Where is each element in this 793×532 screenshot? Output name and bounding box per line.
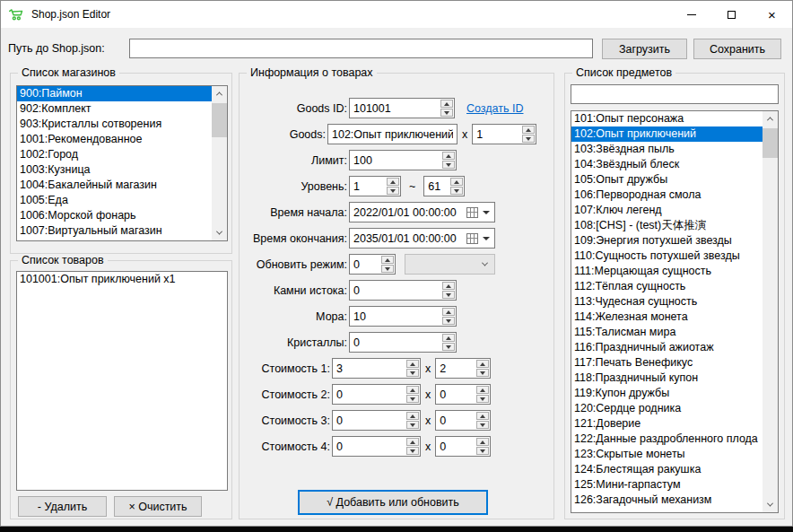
list-item[interactable]: 900:Паймон	[17, 86, 212, 101]
spin-down-button[interactable]	[442, 161, 455, 169]
spin-down-button[interactable]	[406, 369, 419, 377]
item-listbox[interactable]: 101:Опыт персонажа102:Опыт приключений10…	[571, 110, 779, 513]
list-item[interactable]: 108:[CHS] - (test)天体推演	[571, 218, 762, 233]
list-item[interactable]: 1001:Рекомендованное	[17, 132, 212, 147]
list-item[interactable]: 125:Мини-гарпастум	[571, 477, 762, 493]
list-item[interactable]: 902:Комплект	[17, 101, 212, 117]
list-item[interactable]: 110:Сущность потухшей звезды	[571, 249, 762, 264]
list-item[interactable]: 109:Энергия потухшей звезды	[571, 233, 762, 249]
goods-id-input[interactable]	[350, 99, 440, 118]
list-item[interactable]: 114:Железная монета	[571, 310, 762, 325]
spin-up-button[interactable]	[406, 386, 419, 394]
spin-up-button[interactable]	[442, 152, 455, 160]
list-item[interactable]: 1004:Бакалейный магазин	[17, 178, 212, 193]
minimize-button[interactable]	[671, 1, 711, 28]
spin-down-button[interactable]	[476, 395, 489, 403]
spin-up-button[interactable]	[476, 412, 489, 420]
list-item[interactable]: 1002:Город	[17, 147, 212, 162]
spin-down-button[interactable]	[406, 421, 419, 429]
list-item[interactable]: 1005:Еда	[17, 193, 212, 208]
list-item[interactable]: 111:Мерцающая сущность	[571, 264, 762, 279]
list-item[interactable]: 118:Праздничный купон	[571, 371, 762, 386]
scrollbar-thumb[interactable]	[762, 128, 778, 158]
spin-down-button[interactable]	[476, 369, 489, 377]
scrollbar[interactable]	[762, 111, 778, 512]
list-item[interactable]: 115:Талисман мира	[571, 325, 762, 340]
spin-down-button[interactable]	[476, 421, 489, 429]
goods-name-input[interactable]	[327, 124, 458, 144]
item-search-input[interactable]	[571, 84, 779, 104]
path-input[interactable]	[129, 39, 593, 58]
list-item[interactable]: 101:Опыт персонажа	[571, 111, 762, 126]
scrollbar-up-button[interactable]	[762, 111, 778, 126]
spin-up-button[interactable]	[476, 360, 489, 368]
cost2-id-input[interactable]	[333, 385, 405, 404]
list-item[interactable]: 107:Ключ легенд	[571, 203, 762, 218]
list-item[interactable]: 116:Праздничный ажиотаж	[571, 340, 762, 355]
spin-down-button[interactable]	[442, 317, 455, 325]
create-id-link[interactable]: Создать ID	[466, 102, 523, 115]
list-item[interactable]: 112:Тёплая сущность	[571, 279, 762, 294]
list-item[interactable]: 102:Опыт приключений	[571, 126, 762, 142]
scrollbar-up-button[interactable]	[212, 86, 227, 101]
clear-button[interactable]: × Очистить	[114, 496, 202, 517]
end-time-picker[interactable]: 2035/01/01 00:00:00	[349, 228, 495, 249]
goods-count-input[interactable]	[473, 125, 521, 144]
cost4-count-input[interactable]	[436, 437, 475, 456]
list-item[interactable]: 122:Данные раздробленного плода	[571, 432, 762, 447]
delete-button[interactable]: - Удалить	[18, 496, 107, 517]
cost2-count-input[interactable]	[436, 385, 475, 404]
spin-down-button[interactable]	[522, 135, 535, 143]
primogems-input[interactable]	[350, 281, 441, 300]
spin-up-button[interactable]	[440, 100, 453, 108]
spin-up-button[interactable]	[450, 178, 463, 186]
spin-down-button[interactable]	[450, 187, 463, 195]
list-item[interactable]: 121:Доверие	[571, 416, 762, 432]
list-item[interactable]: 117:Печать Венефикус	[571, 355, 762, 371]
crystals-input[interactable]	[350, 333, 441, 352]
save-button[interactable]: Сохранить	[693, 39, 781, 59]
list-item[interactable]: 1006:Морской фонарь	[17, 208, 212, 223]
list-item[interactable]: 1003:Кузница	[17, 162, 212, 178]
spin-up-button[interactable]	[387, 178, 399, 186]
list-item[interactable]: 104:Звёздный блеск	[571, 157, 762, 172]
limit-input[interactable]	[350, 151, 441, 170]
spin-up-button[interactable]	[406, 438, 419, 446]
spin-up-button[interactable]	[476, 438, 489, 446]
scrollbar-down-button[interactable]	[212, 225, 227, 240]
scrollbar-down-button[interactable]	[762, 497, 778, 512]
spin-down-button[interactable]	[381, 265, 394, 273]
scrollbar[interactable]	[212, 86, 227, 240]
list-item[interactable]: 120:Сердце родника	[571, 401, 762, 416]
spin-up-button[interactable]	[442, 334, 455, 342]
spin-down-button[interactable]	[440, 109, 453, 117]
list-item[interactable]: 101001:Опыт приключений x1	[17, 272, 227, 287]
list-item[interactable]: 126:Загадочный механизм	[571, 493, 762, 508]
cost1-count-input[interactable]	[436, 359, 475, 378]
list-item[interactable]: 124:Блестящая ракушка	[571, 462, 762, 477]
spin-up-button[interactable]	[406, 412, 419, 420]
spin-down-button[interactable]	[476, 447, 489, 455]
list-item[interactable]: 105:Опыт дружбы	[571, 172, 762, 188]
level-max-input[interactable]	[424, 177, 449, 196]
spin-up-button[interactable]	[381, 256, 394, 264]
spin-up-button[interactable]	[476, 386, 489, 394]
refresh-mode-input[interactable]	[350, 255, 380, 274]
cost4-id-input[interactable]	[333, 437, 405, 456]
list-item[interactable]: 103:Звёздная пыль	[571, 142, 762, 157]
scrollbar-thumb[interactable]	[212, 103, 227, 137]
list-item[interactable]: 1007:Виртуальный магазин	[17, 223, 212, 239]
refresh-mode-combobox[interactable]	[405, 254, 495, 275]
cost3-count-input[interactable]	[436, 411, 475, 430]
spin-down-button[interactable]	[442, 291, 455, 299]
list-item[interactable]: 903:Кристаллы сотворения	[17, 117, 212, 132]
list-item[interactable]: 119:Купон дружбы	[571, 386, 762, 401]
shop-listbox[interactable]: 900:Паймон902:Комплект903:Кристаллы сотв…	[16, 85, 228, 241]
spin-down-button[interactable]	[387, 187, 399, 195]
level-min-input[interactable]	[350, 177, 386, 196]
spin-up-button[interactable]	[406, 360, 419, 368]
spin-up-button[interactable]	[442, 282, 455, 290]
goods-listbox[interactable]: 101001:Опыт приключений x1	[16, 271, 228, 491]
spin-up-button[interactable]	[442, 308, 455, 316]
list-item[interactable]: 123:Скрытые монеты	[571, 447, 762, 462]
